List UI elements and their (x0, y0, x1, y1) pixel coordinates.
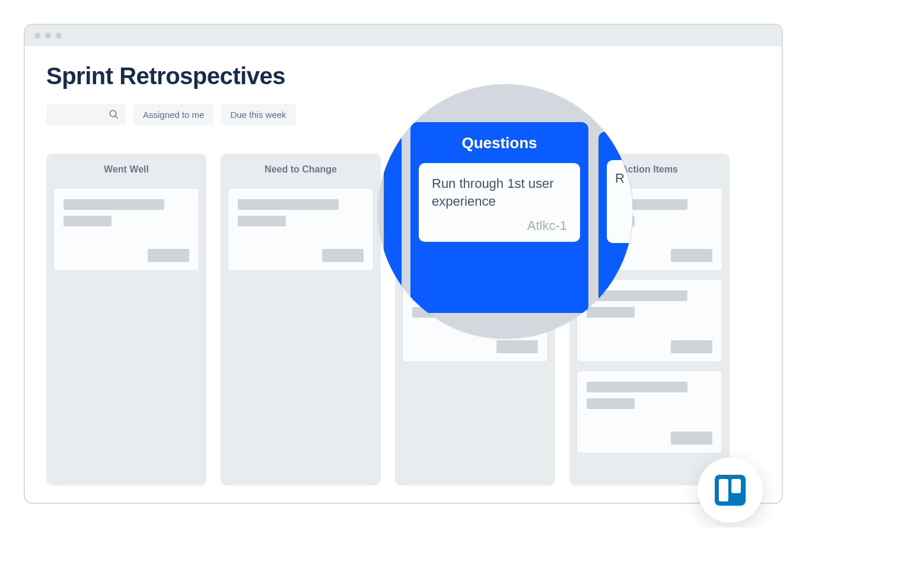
app-window: Sprint Retrospectives Assigned to me Due… (24, 24, 783, 504)
card[interactable] (577, 370, 722, 453)
column-need-to-change: Need to Change (221, 154, 381, 485)
card[interactable] (228, 188, 374, 271)
zoom-column-title: Questions (419, 134, 580, 152)
column-went-well: Went Well (46, 154, 206, 485)
zoom-card-text: Run through 1st user experience (432, 175, 567, 210)
trello-badge (698, 458, 763, 523)
filter-due-this-week[interactable]: Due this week (221, 104, 295, 125)
placeholder-line (238, 216, 286, 226)
placeholder-tag (671, 432, 712, 445)
zoom-lens: Questions Run through 1st user experienc… (378, 84, 633, 339)
column-title: Went Well (53, 164, 199, 175)
card[interactable] (53, 188, 199, 271)
placeholder-tag (671, 340, 712, 353)
zoom-card-id: Atlkc-1 (432, 218, 567, 234)
placeholder-line (587, 382, 687, 392)
placeholder-tag (496, 340, 538, 353)
zoom-card[interactable]: Run through 1st user experience Atlkc-1 (419, 163, 580, 242)
svg-point-0 (110, 110, 116, 117)
placeholder-line (587, 398, 635, 409)
search-input[interactable] (46, 104, 126, 125)
svg-line-1 (115, 116, 118, 119)
placeholder-tag (148, 249, 189, 262)
placeholder-tag (322, 249, 364, 262)
trello-icon-col (719, 479, 728, 501)
window-dot (56, 33, 62, 39)
filter-assigned-to-me[interactable]: Assigned to me (133, 104, 214, 125)
placeholder-tag (671, 249, 712, 262)
trello-icon-col (731, 479, 741, 493)
column-title: Need to Change (228, 164, 374, 175)
filter-bar: Assigned to me Due this week (46, 104, 760, 125)
window-dot (34, 33, 40, 39)
placeholder-line (238, 199, 339, 210)
window-dot (45, 33, 51, 39)
trello-icon (715, 475, 746, 506)
zoom-column-questions: Questions Run through 1st user experienc… (410, 122, 588, 313)
placeholder-line (63, 216, 112, 226)
search-icon (109, 109, 119, 120)
window-titlebar (25, 25, 782, 46)
page-title: Sprint Retrospectives (46, 63, 760, 90)
placeholder-line (63, 199, 164, 210)
placeholder-line (587, 307, 635, 318)
